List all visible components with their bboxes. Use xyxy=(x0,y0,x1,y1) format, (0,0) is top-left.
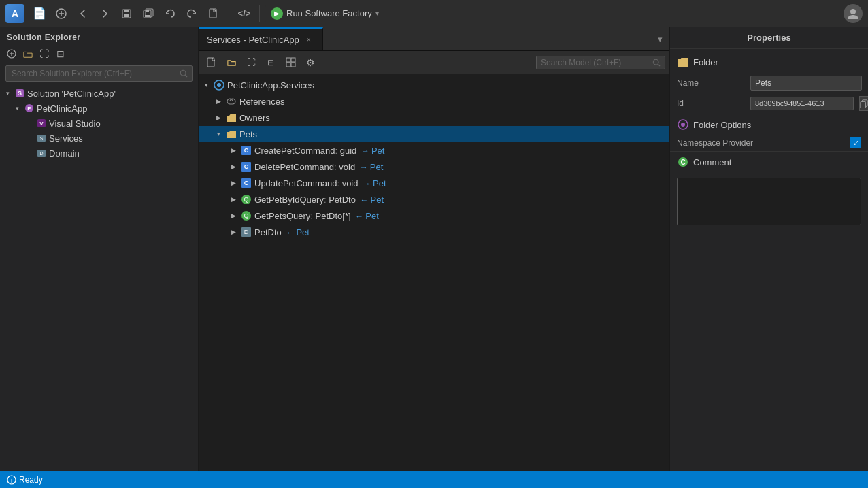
back-button[interactable] xyxy=(73,4,93,23)
chevron-root: ▾ xyxy=(201,80,211,90)
run-dropdown-icon[interactable]: ▾ xyxy=(375,10,379,17)
folder-options-icon xyxy=(677,118,689,131)
main-tab[interactable]: Services - PetClinicApp × xyxy=(199,27,323,50)
ct-item-create[interactable]: ▶ C CreatePetCommand: guid →Pet xyxy=(199,142,669,159)
sidebar-item-petclinicapp[interactable]: ▾ P PetClinicApp xyxy=(0,101,198,116)
new-file-button[interactable]: 📄 xyxy=(30,4,49,23)
update-cmd-icon: C xyxy=(240,177,252,189)
chevron-create: ▶ xyxy=(229,146,238,155)
ct-item-owners[interactable]: ▶ Owners xyxy=(199,110,669,126)
main-area: Solution Explorer ⛶ ⊟ ▾ S Solution 'PetC xyxy=(0,27,868,471)
save-button[interactable] xyxy=(117,4,136,23)
prop-copy-button[interactable] xyxy=(859,96,868,111)
new-document-button[interactable] xyxy=(204,4,223,23)
ct-settings-button[interactable]: ⚙ xyxy=(301,54,319,71)
getbyid-label: GetPetByIdQuery: PetDto ←Pet xyxy=(254,195,384,205)
sidebar-expand-button[interactable]: ⛶ xyxy=(37,46,52,61)
sidebar-collapse-button[interactable]: ⊟ xyxy=(53,46,68,61)
add-button[interactable] xyxy=(52,4,71,23)
prop-id-label: Id xyxy=(677,99,745,108)
svg-rect-30 xyxy=(286,63,290,67)
owners-label: Owners xyxy=(239,113,270,123)
tab-dropdown-button[interactable]: ▾ xyxy=(650,29,669,48)
prop-namespace-row: Namespace Provider ✓ xyxy=(670,135,868,151)
sidebar-item-solution[interactable]: ▾ S Solution 'PetClinicApp' xyxy=(0,86,198,101)
ct-item-petdto[interactable]: ▶ D PetDto ←Pet xyxy=(199,224,669,240)
sidebar-item-services[interactable]: S Services xyxy=(0,131,198,146)
delete-label: DeletePetCommand: void →Pet xyxy=(254,162,383,172)
vs-label: Visual Studio xyxy=(49,118,101,129)
comment-label: Comment xyxy=(693,157,731,167)
run-play-icon: ▶ xyxy=(271,7,283,20)
tab-label: Services - PetClinicApp xyxy=(207,35,299,45)
owners-folder-icon xyxy=(225,112,237,124)
pets-label: Pets xyxy=(239,129,257,140)
user-avatar[interactable] xyxy=(844,4,863,23)
tab-close-button[interactable]: × xyxy=(303,34,314,45)
ct-modules-button[interactable] xyxy=(282,54,299,71)
sidebar-item-visualstudio[interactable]: V Visual Studio xyxy=(0,116,198,131)
run-label: Run Software Factory xyxy=(286,8,372,18)
code-editor-button[interactable]: </> xyxy=(235,4,254,23)
sidebar-tree: ▾ S Solution 'PetClinicApp' ▾ P PetClini… xyxy=(0,84,198,471)
ct-item-root[interactable]: ▾ PetClinicApp.Services xyxy=(199,77,669,93)
ct-item-getbyid[interactable]: ▶ Q GetPetByIdQuery: PetDto ←Pet xyxy=(199,191,669,208)
ct-open-button[interactable] xyxy=(222,54,240,71)
ct-item-pets[interactable]: ▾ Pets xyxy=(199,126,669,142)
root-label: PetClinicApp.Services xyxy=(227,80,314,91)
svg-rect-37 xyxy=(861,101,866,108)
domain-icon: D xyxy=(36,148,47,159)
ct-item-delete[interactable]: ▶ C DeletePetCommand: void →Pet xyxy=(199,159,669,175)
ct-new-button[interactable] xyxy=(203,54,220,71)
ct-item-references[interactable]: ▶ References xyxy=(199,93,669,110)
undo-button[interactable] xyxy=(161,4,180,23)
status-bar: i Ready xyxy=(0,471,868,488)
properties-panel: Properties Folder Name Id Folder Options xyxy=(669,27,868,471)
prop-folder-type: Folder xyxy=(677,54,861,70)
sidebar-search-input[interactable] xyxy=(10,67,180,80)
chevron-vs xyxy=(24,118,34,128)
ct-expand-button[interactable]: ⛶ xyxy=(242,54,260,71)
chevron-update: ▶ xyxy=(229,178,238,188)
getall-label: GetPetsQuery: PetDto[*] ←Pet xyxy=(254,211,379,221)
sidebar-search-container xyxy=(5,65,193,82)
services-icon: S xyxy=(36,133,47,144)
namespace-checkbox[interactable]: ✓ xyxy=(850,137,861,148)
run-button[interactable]: ▶ Run Software Factory ▾ xyxy=(265,5,384,22)
chevron-pets: ▾ xyxy=(214,129,223,139)
prop-folder-section: Folder xyxy=(670,49,868,73)
chevron-getbyid: ▶ xyxy=(229,195,238,204)
content-search-input[interactable] xyxy=(541,58,650,67)
solution-icon: S xyxy=(14,88,25,99)
prop-name-input[interactable] xyxy=(750,76,862,91)
ct-item-getall[interactable]: ▶ Q GetPetsQuery: PetDto[*] ←Pet xyxy=(199,208,669,224)
sidebar-item-domain[interactable]: D Domain xyxy=(0,146,198,161)
svg-text:S: S xyxy=(40,136,44,141)
sidebar-add-button[interactable] xyxy=(4,46,19,61)
prop-name-label: Name xyxy=(677,78,745,88)
ct-collapse-button[interactable]: ⊟ xyxy=(262,54,280,71)
svg-point-15 xyxy=(180,70,186,76)
chevron-services xyxy=(24,133,34,143)
prop-comment-header: C Comment xyxy=(670,151,868,172)
toolbar-separator xyxy=(229,5,229,22)
prop-folder-icon xyxy=(677,57,689,67)
prop-id-input[interactable] xyxy=(750,97,854,110)
sidebar-toolbar: ⛶ ⊟ xyxy=(0,45,198,63)
redo-button[interactable] xyxy=(182,4,201,23)
center-panel: Services - PetClinicApp × ▾ ⛶ ⊟ ⚙ xyxy=(199,27,669,471)
ct-item-update[interactable]: ▶ C UpdatePetCommand: void →Pet xyxy=(199,175,669,191)
references-icon xyxy=(225,95,237,108)
save-all-button[interactable] xyxy=(139,4,158,23)
sidebar-open-button[interactable] xyxy=(20,46,35,61)
svg-text:P: P xyxy=(27,105,31,112)
chevron-domain xyxy=(24,148,34,158)
svg-text:D: D xyxy=(39,151,43,156)
forward-button[interactable] xyxy=(95,4,114,23)
petclinicapp-label: PetClinicApp xyxy=(37,103,87,114)
root-icon xyxy=(213,79,225,91)
comment-textarea[interactable] xyxy=(677,178,861,225)
toolbar-separator-2 xyxy=(259,5,260,22)
getbyid-qry-icon: Q xyxy=(240,193,252,206)
domain-label: Domain xyxy=(49,148,80,159)
